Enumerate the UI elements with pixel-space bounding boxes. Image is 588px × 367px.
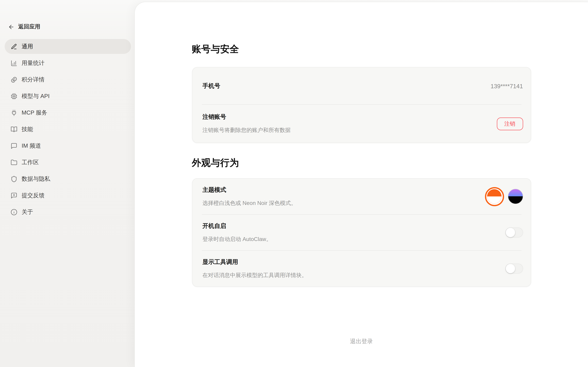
- sidebar-item-label: 提交反馈: [22, 192, 45, 199]
- shield-icon: [11, 175, 17, 182]
- settings-sidebar: 返回应用 通用用量统计积分详情模型与 APIMCP 服务技能IM 频道工作区数据…: [0, 0, 134, 367]
- pen-icon: [11, 43, 17, 50]
- sidebar-item-label: 积分详情: [22, 76, 45, 83]
- info-icon: [11, 209, 17, 215]
- sidebar-item-im-channels[interactable]: IM 频道: [5, 138, 131, 153]
- show-tool-calls-row: 显示工具调用 在对话消息中展示模型的工具调用详情块。: [192, 251, 531, 286]
- account-security-card: 手机号 139****7141 注销账号 注销账号将删除您的账户和所有数据 注销: [192, 67, 531, 143]
- show-tool-calls-description: 在对话消息中展示模型的工具调用详情块。: [202, 271, 307, 279]
- folder-icon: [11, 159, 17, 166]
- sidebar-item-about[interactable]: 关于: [5, 205, 131, 219]
- logout-button[interactable]: 退出登录: [192, 338, 531, 362]
- sidebar-item-label: 模型与 API: [22, 92, 50, 100]
- bar-chart-icon: [11, 60, 17, 67]
- sidebar-item-data-privacy[interactable]: 数据与隐私: [5, 171, 131, 186]
- sidebar-item-usage-stats[interactable]: 用量统计: [5, 56, 131, 70]
- delete-account-description: 注销账号将删除您的账户和所有数据: [202, 126, 291, 134]
- settings-panel: 账号与安全 手机号 139****7141 注销账号 注销账号将删除您的账户和所…: [134, 2, 588, 367]
- sidebar-nav: 通用用量统计积分详情模型与 APIMCP 服务技能IM 频道工作区数据与隐私提交…: [5, 39, 131, 219]
- phone-number-row: 手机号 139****7141: [192, 67, 531, 104]
- theme-orange-light-swatch[interactable]: [485, 187, 504, 206]
- toggle-knob: [506, 228, 515, 237]
- autostart-label: 开机自启: [202, 222, 272, 230]
- show-tool-calls-text: 显示工具调用 在对话消息中展示模型的工具调用详情块。: [202, 258, 307, 279]
- sidebar-item-label: 技能: [22, 125, 33, 133]
- book-open-icon: [11, 126, 17, 133]
- app-window: 返回应用 通用用量统计积分详情模型与 APIMCP 服务技能IM 频道工作区数据…: [0, 0, 588, 367]
- theme-mode-description: 选择橙白浅色或 Neon Noir 深色模式。: [202, 199, 297, 207]
- message-square-icon: [11, 142, 17, 149]
- sidebar-item-skills[interactable]: 技能: [5, 122, 131, 137]
- autostart-row: 开机自启 登录时自动启动 AutoClaw。: [192, 215, 531, 250]
- back-arrow-icon: [8, 24, 14, 30]
- show-tool-calls-toggle[interactable]: [505, 263, 523, 274]
- sidebar-item-models-api[interactable]: 模型与 API: [5, 89, 131, 104]
- delete-account-button[interactable]: 注销: [497, 117, 523, 130]
- sidebar-item-workspace[interactable]: 工作区: [5, 155, 131, 170]
- sidebar-item-label: 数据与隐私: [22, 175, 50, 183]
- theme-swatches: [485, 187, 523, 206]
- sidebar-item-label: IM 频道: [22, 142, 41, 150]
- plug-icon: [11, 109, 17, 116]
- autostart-toggle[interactable]: [505, 227, 523, 238]
- back-label: 返回应用: [18, 23, 40, 31]
- theme-orange-light-preview: [487, 189, 501, 204]
- theme-neon-noir-swatch[interactable]: [508, 189, 523, 204]
- delete-account-row: 注销账号 注销账号将删除您的账户和所有数据 注销: [192, 105, 531, 142]
- sidebar-item-label: 关于: [22, 208, 33, 216]
- delete-account-label: 注销账号: [202, 113, 291, 121]
- autostart-description: 登录时自动启动 AutoClaw。: [202, 235, 272, 243]
- sidebar-item-label: 工作区: [22, 158, 39, 166]
- sidebar-item-label: 用量统计: [22, 59, 45, 67]
- coins-icon: [11, 76, 17, 83]
- appearance-behavior-card: 主题模式 选择橙白浅色或 Neon Noir 深色模式。 开机自启 登录时自动: [192, 178, 531, 287]
- sidebar-item-general[interactable]: 通用: [5, 39, 131, 54]
- delete-account-text: 注销账号 注销账号将删除您的账户和所有数据: [202, 113, 291, 134]
- cpu-icon: [11, 93, 17, 100]
- autostart-text: 开机自启 登录时自动启动 AutoClaw。: [202, 222, 272, 243]
- sidebar-item-feedback[interactable]: 提交反馈: [5, 188, 131, 203]
- sidebar-item-mcp-services[interactable]: MCP 服务: [5, 105, 131, 120]
- sidebar-item-label: MCP 服务: [22, 109, 47, 117]
- theme-mode-row: 主题模式 选择橙白浅色或 Neon Noir 深色模式。: [192, 179, 531, 214]
- settings-content: 账号与安全 手机号 139****7141 注销账号 注销账号将删除您的账户和所…: [192, 2, 531, 362]
- toggle-knob: [506, 264, 515, 273]
- theme-mode-text: 主题模式 选择橙白浅色或 Neon Noir 深色模式。: [202, 186, 297, 207]
- theme-mode-label: 主题模式: [202, 186, 297, 194]
- section-title-appearance-behavior: 外观与行为: [192, 157, 531, 169]
- back-to-app-button[interactable]: 返回应用: [8, 22, 40, 31]
- phone-number-label: 手机号: [202, 82, 220, 90]
- phone-number-value: 139****7141: [491, 83, 523, 89]
- section-title-account-security: 账号与安全: [192, 2, 531, 56]
- sidebar-item-label: 通用: [22, 43, 33, 50]
- show-tool-calls-label: 显示工具调用: [202, 258, 307, 266]
- sidebar-item-credits[interactable]: 积分详情: [5, 72, 131, 87]
- message-square-plus-icon: [11, 192, 17, 199]
